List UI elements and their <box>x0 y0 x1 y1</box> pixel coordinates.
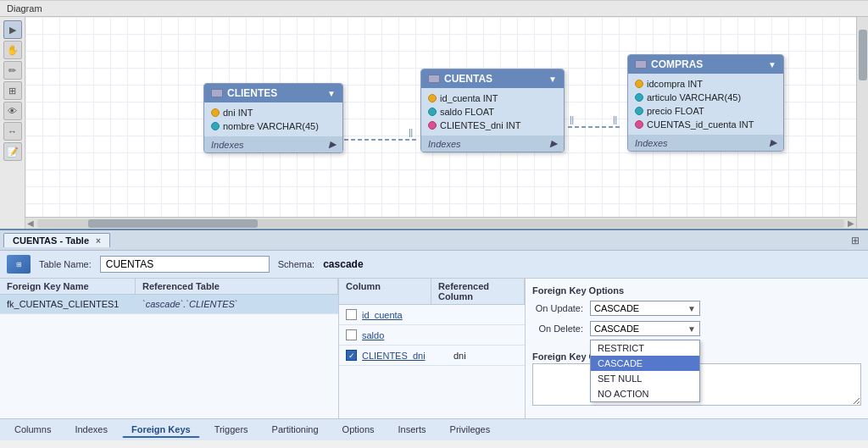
compras-field-3: CUENTAS_id_cuenta INT <box>628 118 783 131</box>
cuentas-field-0: id_cuenta INT <box>421 91 564 105</box>
compras-field-1-name: articulo VARCHAR(45) <box>647 92 741 102</box>
fk-on-delete-row: On Delete: CASCADE ▼ RESTRICT CASCADE SE… <box>532 321 861 336</box>
diagram-canvas: || || || || CLIENTES <box>25 17 856 217</box>
h-scrollbar-track[interactable] <box>37 219 844 228</box>
fk-list-header: Foreign Key Name Referenced Table <box>0 279 338 295</box>
fk-col-name-1[interactable]: saldo <box>362 330 447 340</box>
fk-ref-col-val-2: dni <box>447 351 466 361</box>
panel-tab-label: CUENTAS - Table <box>13 235 89 246</box>
bottom-panel: CUENTAS - Table × ⊞ ⊞ Table Name: Schema… <box>0 229 868 440</box>
tab-columns[interactable]: Columns <box>5 422 60 438</box>
fk-list-row[interactable]: fk_CUENTAS_CLIENTES1 `cascade`.`CLIENTES… <box>0 295 338 314</box>
fk-ref-table[interactable]: `cascade`.`CLIENTES` <box>136 297 244 311</box>
table-icon <box>211 89 223 97</box>
diagram-header: Diagram <box>0 0 868 17</box>
fk-col-row-2[interactable]: CLIENTES_dni dni <box>339 346 525 366</box>
table-name-label: Table Name: <box>39 259 92 269</box>
cuentas-field-1-name: saldo FLOAT <box>440 107 494 117</box>
fk-col-row-1[interactable]: saldo <box>339 325 525 346</box>
note-tool[interactable]: 📝 <box>3 142 22 161</box>
panel-tab-cuentas[interactable]: CUENTAS - Table × <box>3 233 110 247</box>
table-editor-icon: ⊞ <box>7 255 31 274</box>
compras-table[interactable]: COMPRAS ▼ idcompra INT articulo VA <box>627 54 784 152</box>
gold-key-icon-2 <box>428 94 437 102</box>
dropdown-item-restrict[interactable]: RESTRICT <box>591 340 699 356</box>
panel-tab-close[interactable]: × <box>96 236 101 246</box>
cuentas-dropdown-arrow[interactable]: ▼ <box>548 75 557 84</box>
clientes-field-0-name: dni INT <box>223 108 253 118</box>
clientes-table-name: CLIENTES <box>227 87 277 99</box>
teal-key-icon-2 <box>428 108 437 116</box>
svg-text:||: || <box>613 115 617 124</box>
fk-on-update-row: On Update: CASCADE ▼ <box>532 301 861 316</box>
cuentas-field-1: saldo FLOAT <box>421 105 564 119</box>
fk-col-checkbox-1[interactable] <box>346 329 357 340</box>
hand-tool[interactable]: ✋ <box>3 41 22 59</box>
fk-col-name-0[interactable]: id_cuenta <box>362 310 447 320</box>
svg-text:||: || <box>409 128 413 137</box>
cuentas-footer-arrow: ▶ <box>550 138 557 149</box>
pencil-tool[interactable]: ✏ <box>3 61 22 80</box>
fk-key-name[interactable]: fk_CUENTAS_CLIENTES1 <box>0 297 136 311</box>
cuentas-table[interactable]: CUENTAS ▼ id_cuenta INT saldo FLOA <box>420 69 565 152</box>
bottom-tabs: Columns Indexes Foreign Keys Triggers Pa… <box>0 418 868 440</box>
clientes-table-footer[interactable]: Indexes ▶ <box>204 136 342 152</box>
fk-on-update-value: CASCADE <box>594 303 639 313</box>
table-tool[interactable]: ⊞ <box>3 81 22 100</box>
fk-ref-col-header: Referenced Table <box>136 279 338 294</box>
compras-table-name: COMPRAS <box>651 58 703 70</box>
gold-key-icon-3 <box>635 80 643 88</box>
compras-field-0: idcompra INT <box>628 77 783 91</box>
dropdown-item-cascade[interactable]: CASCADE <box>591 356 699 371</box>
panel-collapse-icon[interactable]: ⊞ <box>851 234 865 247</box>
fk-col-name-2[interactable]: CLIENTES_dni <box>362 351 447 361</box>
diagram-title: Diagram <box>7 3 42 14</box>
v-scrollbar-thumb[interactable] <box>859 30 867 80</box>
panel-tab-bar: CUENTAS - Table × ⊞ <box>0 230 868 251</box>
fk-columns-panel: Column Referenced Column id_cuenta saldo <box>339 279 526 418</box>
fk-col-row-0[interactable]: id_cuenta <box>339 305 525 325</box>
schema-value: cascade <box>323 258 363 270</box>
cursor-tool[interactable]: ▶ <box>3 20 22 39</box>
dropdown-item-set-null[interactable]: SET NULL <box>591 371 699 386</box>
tab-privileges[interactable]: Privileges <box>441 422 500 438</box>
h-scrollbar[interactable]: ◀ ▶ <box>25 217 856 229</box>
compras-field-0-name: idcompra INT <box>647 79 703 89</box>
tab-indexes[interactable]: Indexes <box>65 422 117 438</box>
fk-on-update-label: On Update: <box>532 303 583 313</box>
fk-col-checkbox-0[interactable] <box>346 309 357 320</box>
h-scrollbar-thumb[interactable] <box>88 219 258 228</box>
cuentas-field-0-name: id_cuenta INT <box>440 93 498 103</box>
compras-dropdown-arrow[interactable]: ▼ <box>768 60 776 69</box>
fk-on-delete-select[interactable]: CASCADE ▼ <box>590 321 700 336</box>
fk-on-update-arrow: ▼ <box>687 304 696 313</box>
compras-field-2-name: precio FLOAT <box>647 106 704 116</box>
panel-content: ⊞ Table Name: Schema: cascade Foreign Ke… <box>0 251 868 418</box>
clientes-table[interactable]: CLIENTES ▼ dni INT nombre VARCHAR( <box>203 83 343 153</box>
on-delete-dropdown[interactable]: RESTRICT CASCADE SET NULL NO ACTION <box>590 340 700 402</box>
relation-tool[interactable]: ↔ <box>3 122 22 141</box>
table-name-input[interactable] <box>100 256 270 273</box>
fk-col-checkbox-2[interactable] <box>346 350 357 361</box>
teal-key-icon-4 <box>635 107 643 115</box>
fk-on-update-select[interactable]: CASCADE ▼ <box>590 301 700 316</box>
tab-foreign-keys[interactable]: Foreign Keys <box>122 422 200 438</box>
tab-options[interactable]: Options <box>333 422 384 438</box>
cuentas-table-body: id_cuenta INT saldo FLOAT CLIENTES_dni I… <box>421 88 564 136</box>
view-tool[interactable]: 👁 <box>3 102 22 120</box>
compras-table-footer[interactable]: Indexes ▶ <box>628 135 783 151</box>
fk-on-delete-label: On Delete: <box>532 324 583 334</box>
tab-inserts[interactable]: Inserts <box>389 422 436 438</box>
cuentas-field-2-name: CLIENTES_dni INT <box>440 120 520 130</box>
tab-partitioning[interactable]: Partitioning <box>263 422 328 438</box>
compras-field-3-name: CUENTAS_id_cuenta INT <box>647 119 754 130</box>
cuentas-table-footer[interactable]: Indexes ▶ <box>421 136 564 152</box>
dropdown-item-no-action[interactable]: NO ACTION <box>591 386 699 401</box>
fk-col-col-header: Column <box>339 279 431 304</box>
tab-triggers[interactable]: Triggers <box>205 422 258 438</box>
compras-field-2: precio FLOAT <box>628 104 783 118</box>
v-scrollbar[interactable] <box>856 17 868 229</box>
clientes-dropdown-arrow[interactable]: ▼ <box>327 89 336 98</box>
cuentas-table-header: CUENTAS ▼ <box>421 69 564 88</box>
clientes-field-1-name: nombre VARCHAR(45) <box>223 121 319 131</box>
